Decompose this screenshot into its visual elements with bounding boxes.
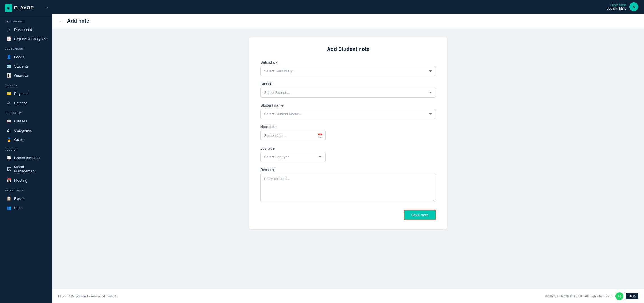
sidebar-item-label: Classes bbox=[14, 119, 27, 123]
sidebar-item-categories[interactable]: 🗂 Categories bbox=[2, 126, 51, 135]
sidebar-item-label: Dashboard bbox=[14, 27, 32, 32]
logo-icon: ◎ bbox=[5, 4, 12, 12]
students-icon: 🪪 bbox=[6, 64, 11, 68]
user-name: Soda In Mind bbox=[606, 7, 626, 10]
form-actions: Save note bbox=[260, 210, 436, 220]
sidebar-item-media[interactable]: 🖼 Media Management bbox=[2, 163, 51, 176]
student-name-label: Student name bbox=[260, 103, 436, 107]
log-type-wrapper: Select Log type bbox=[260, 152, 326, 162]
user-info: Super Admin Soda In Mind bbox=[606, 3, 626, 10]
sidebar-item-guardian[interactable]: 👨‍👦 Guardian bbox=[2, 71, 51, 80]
back-button[interactable]: ← bbox=[59, 18, 64, 24]
section-label-customers: CUSTOMERS bbox=[0, 44, 52, 52]
whatsapp-button[interactable]: ✉ bbox=[615, 292, 623, 300]
footer: Flavor CRM Version 1 - Advanced mode 3 ©… bbox=[52, 289, 644, 303]
help-button[interactable]: Help bbox=[626, 293, 638, 299]
user-role: Super Admin bbox=[606, 3, 626, 7]
add-note-form: Add Student note Subsidiary Select Subsi… bbox=[249, 37, 447, 229]
page-title: Add note bbox=[67, 18, 89, 24]
sidebar-item-label: Meeting bbox=[14, 178, 27, 183]
student-name-select[interactable]: Select Student Name... bbox=[260, 109, 436, 119]
branch-select[interactable]: Select Branch... bbox=[260, 88, 436, 98]
sidebar-section-education: EDUCATION 📖 Classes 🗂 Categories 🏅 Grade bbox=[0, 108, 52, 144]
sidebar-item-staff[interactable]: 👥 Staff bbox=[2, 203, 51, 212]
sidebar-section-publish: PUBLISH 💬 Communication 🖼 Media Manageme… bbox=[0, 144, 52, 185]
sidebar-item-label: Reports & Analytics bbox=[14, 37, 46, 41]
sidebar-item-reports[interactable]: 📈 Reports & Analytics bbox=[2, 34, 51, 43]
subsidiary-label: Subsidiary bbox=[260, 60, 436, 64]
topbar-user: Super Admin Soda In Mind S bbox=[606, 2, 638, 11]
section-label-publish: PUBLISH bbox=[0, 144, 52, 153]
note-date-label: Note date bbox=[260, 125, 436, 129]
dashboard-icon: ⌂ bbox=[6, 27, 11, 32]
section-label-workforce: WORKFORCE bbox=[0, 185, 52, 194]
collapse-icon[interactable]: ‹ bbox=[46, 6, 48, 10]
topbar: Super Admin Soda In Mind S bbox=[52, 0, 644, 14]
communication-icon: 💬 bbox=[6, 155, 11, 160]
sidebar-item-classes[interactable]: 📖 Classes bbox=[2, 116, 51, 125]
roster-icon: 📋 bbox=[6, 196, 11, 201]
sidebar-item-label: Communication bbox=[14, 156, 40, 160]
sidebar-item-label: Media Management bbox=[14, 165, 46, 173]
sidebar-item-label: Categories bbox=[14, 128, 32, 133]
save-note-button[interactable]: Save note bbox=[404, 210, 436, 220]
subsidiary-select[interactable]: Select Subsidiary... bbox=[260, 66, 436, 76]
note-date-field: Note date 📅 bbox=[260, 125, 436, 140]
sidebar-item-label: Students bbox=[14, 64, 29, 68]
footer-version: Flavor CRM Version 1 - Advanced mode 3 bbox=[58, 295, 116, 298]
main-area: Super Admin Soda In Mind S ← Add note Ad… bbox=[52, 0, 644, 303]
branch-field: Branch Select Branch... bbox=[260, 82, 436, 98]
sidebar-item-meeting[interactable]: 📅 Meeting bbox=[2, 176, 51, 185]
sidebar-item-students[interactable]: 🪪 Students bbox=[2, 62, 51, 71]
footer-copyright: © 2022, FLAVOR PTE. LTD. All Rights Rese… bbox=[545, 295, 613, 298]
guardian-icon: 👨‍👦 bbox=[6, 73, 11, 78]
remarks-textarea[interactable] bbox=[260, 174, 436, 202]
sidebar-section-workforce: WORKFORCE 📋 Roster 👥 Staff bbox=[0, 185, 52, 213]
sidebar-item-label: Leads bbox=[14, 55, 24, 59]
sidebar-item-dashboard[interactable]: ⌂ Dashboard bbox=[2, 25, 51, 34]
logo: ◎ FLAVOR bbox=[5, 4, 34, 12]
log-type-select[interactable]: Select Log type bbox=[260, 152, 326, 162]
sidebar-item-grade[interactable]: 🏅 Grade bbox=[2, 135, 51, 144]
section-label-education: EDUCATION bbox=[0, 108, 52, 116]
balance-icon: ⚖ bbox=[6, 101, 11, 105]
reports-icon: 📈 bbox=[6, 36, 11, 41]
staff-icon: 👥 bbox=[6, 205, 11, 210]
logo-name: FLAVOR bbox=[14, 5, 34, 10]
sidebar-item-leads[interactable]: 👤 Leads bbox=[2, 52, 51, 61]
classes-icon: 📖 bbox=[6, 119, 11, 123]
sidebar: ◎ FLAVOR ‹ DASHBOARD ⌂ Dashboard 📈 Repor… bbox=[0, 0, 52, 303]
leads-icon: 👤 bbox=[6, 55, 11, 59]
content-area: ← Add note Add Student note Subsidiary S… bbox=[52, 14, 644, 289]
date-input-wrapper: 📅 bbox=[260, 131, 326, 140]
log-type-field: Log type Select Log type bbox=[260, 146, 436, 162]
meeting-icon: 📅 bbox=[6, 178, 11, 183]
sidebar-item-label: Guardian bbox=[14, 73, 29, 78]
subsidiary-field: Subsidiary Select Subsidiary... bbox=[260, 60, 436, 76]
categories-icon: 🗂 bbox=[6, 128, 11, 133]
sidebar-logo: ◎ FLAVOR ‹ bbox=[0, 0, 52, 16]
footer-right: © 2022, FLAVOR PTE. LTD. All Rights Rese… bbox=[545, 292, 638, 300]
sidebar-item-balance[interactable]: ⚖ Balance bbox=[2, 98, 51, 107]
sidebar-item-label: Staff bbox=[14, 206, 22, 210]
sidebar-item-label: Grade bbox=[14, 138, 24, 142]
page-header: ← Add note bbox=[52, 14, 644, 29]
sidebar-item-communication[interactable]: 💬 Communication bbox=[2, 153, 51, 162]
section-label-finance: FINANCE bbox=[0, 80, 52, 89]
media-icon: 🖼 bbox=[6, 167, 11, 171]
note-date-input[interactable] bbox=[260, 131, 326, 140]
sidebar-item-payment[interactable]: 💳 Payment bbox=[2, 89, 51, 98]
log-type-label: Log type bbox=[260, 146, 436, 150]
remarks-label: Remarks bbox=[260, 168, 436, 172]
form-title: Add Student note bbox=[260, 46, 436, 52]
branch-label: Branch bbox=[260, 82, 436, 86]
student-name-field: Student name Select Student Name... bbox=[260, 103, 436, 119]
sidebar-section-dashboard: DASHBOARD ⌂ Dashboard 📈 Reports & Analyt… bbox=[0, 16, 52, 44]
payment-icon: 💳 bbox=[6, 91, 11, 96]
sidebar-item-label: Payment bbox=[14, 92, 29, 96]
calendar-icon: 📅 bbox=[318, 133, 323, 138]
sidebar-item-label: Balance bbox=[14, 101, 27, 105]
sidebar-item-roster[interactable]: 📋 Roster bbox=[2, 194, 51, 203]
section-label-dashboard: DASHBOARD bbox=[0, 16, 52, 25]
sidebar-item-label: Roster bbox=[14, 196, 25, 201]
